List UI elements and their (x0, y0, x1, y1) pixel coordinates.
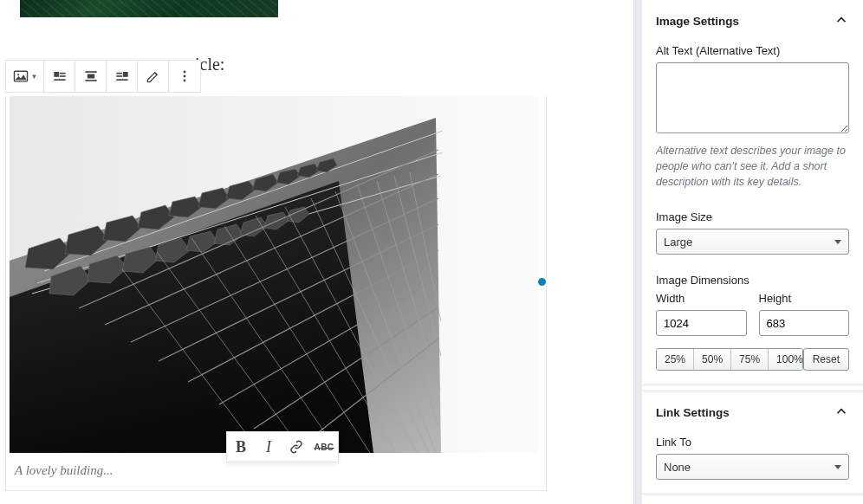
alt-text-label: Alt Text (Alternative Text) (656, 44, 849, 57)
more-vertical-icon (176, 68, 193, 85)
settings-sidebar: Image Settings Alt Text (Alternative Tex… (642, 0, 863, 504)
more-options-button[interactable] (169, 61, 200, 92)
image-block: ▼ (5, 60, 551, 491)
pct-50-button[interactable]: 50% (694, 349, 731, 370)
align-left-button[interactable] (44, 61, 75, 92)
image-size-label: Image Size (656, 210, 849, 223)
align-right-button[interactable] (107, 61, 138, 92)
align-center-icon (82, 68, 100, 85)
sidebar-divider (633, 0, 642, 504)
width-label: Width (656, 292, 747, 305)
align-center-button[interactable] (75, 61, 107, 92)
width-input[interactable] (656, 310, 747, 336)
image-settings-panel: Image Settings Alt Text (Alternative Tex… (642, 0, 863, 385)
image-settings-toggle[interactable]: Image Settings (656, 12, 849, 30)
svg-point-1 (17, 74, 19, 75)
image-size-value: Large (664, 236, 692, 249)
previous-image-block-fragment (20, 0, 278, 17)
reset-dimensions-button[interactable]: Reset (803, 348, 849, 371)
link-to-label: Link To (656, 436, 849, 449)
panel-title: Image Settings (656, 15, 739, 28)
chevron-up-icon (834, 12, 849, 30)
svg-rect-6 (85, 71, 96, 73)
svg-rect-2 (54, 72, 59, 77)
pct-25-button[interactable]: 25% (657, 349, 694, 370)
svg-rect-7 (87, 74, 94, 79)
pct-75-button[interactable]: 75% (731, 349, 769, 370)
align-right-icon (114, 68, 131, 85)
link-to-value: None (664, 461, 691, 474)
svg-rect-11 (116, 73, 122, 74)
link-icon (289, 439, 304, 455)
svg-point-14 (184, 75, 186, 78)
panel-title: Link Settings (656, 406, 730, 419)
alt-text-help: Alternative text describes your image to… (656, 143, 849, 190)
svg-rect-9 (122, 72, 127, 77)
bold-button[interactable]: B (227, 432, 255, 462)
svg-rect-3 (54, 79, 65, 81)
dimensions-row: Width Height (656, 292, 849, 336)
height-label: Height (759, 292, 850, 305)
svg-rect-8 (85, 80, 96, 81)
image-icon (12, 68, 29, 85)
height-input[interactable] (759, 310, 850, 336)
italic-button[interactable]: I (255, 432, 282, 462)
image-caption-input[interactable]: A lovely building... (15, 463, 537, 478)
strikethrough-button[interactable]: ABC (310, 432, 338, 462)
pencil-icon (145, 68, 162, 85)
chevron-down-icon: ▼ (31, 73, 38, 81)
svg-point-15 (184, 80, 186, 82)
resize-handle-right[interactable] (536, 276, 548, 288)
block-toolbar: ▼ (5, 60, 201, 93)
svg-rect-10 (116, 79, 127, 81)
image-size-select[interactable]: Large (656, 229, 849, 255)
alt-text-input[interactable] (656, 62, 849, 133)
svg-rect-4 (60, 73, 66, 74)
link-settings-panel: Link Settings Link To None (642, 391, 863, 494)
link-button[interactable] (282, 432, 310, 462)
percentage-buttons: 25% 50% 75% 100% (656, 348, 803, 371)
chevron-up-icon (834, 404, 849, 422)
link-settings-toggle[interactable]: Link Settings (656, 404, 849, 422)
caption-format-toolbar: B I ABC (226, 431, 339, 462)
image-container[interactable] (10, 96, 542, 453)
pct-100-button[interactable]: 100% (769, 349, 803, 370)
dimension-presets-row: 25% 50% 75% 100% Reset (656, 348, 849, 371)
block-body: B I ABC A lovely building... (5, 96, 547, 491)
image-dimensions-label: Image Dimensions (656, 274, 849, 287)
edit-image-button[interactable] (138, 61, 169, 92)
block-type-image-button[interactable]: ▼ (6, 61, 44, 92)
editor-canvas: icle: ▼ (0, 0, 633, 504)
building-image (10, 96, 538, 453)
svg-point-13 (184, 71, 186, 74)
svg-rect-12 (116, 75, 122, 77)
svg-rect-5 (60, 75, 66, 77)
align-left-icon (51, 68, 68, 85)
link-to-select[interactable]: None (656, 454, 849, 480)
